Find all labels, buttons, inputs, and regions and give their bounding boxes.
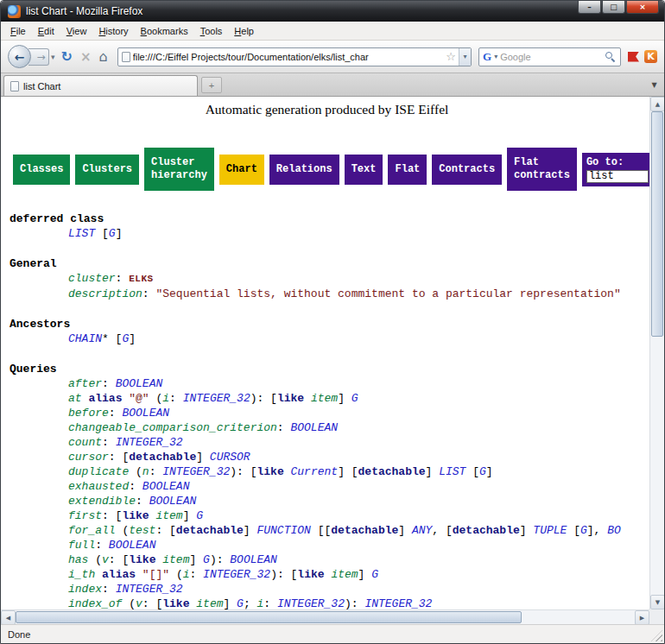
- new-tab-button[interactable]: +: [201, 77, 222, 93]
- menu-item-bookmarks[interactable]: Bookmarks: [135, 23, 194, 39]
- addon-flag-icon[interactable]: [628, 52, 639, 62]
- search-box[interactable]: G ▾: [478, 47, 621, 66]
- code-line: after: BOOLEAN: [10, 376, 649, 391]
- code-text: (: [149, 392, 163, 405]
- code-line: at alias "@" (i: INTEGER_32): [like item…: [10, 391, 649, 406]
- scroll-down-button[interactable]: ▼: [650, 595, 665, 609]
- menu-item-edit[interactable]: Edit: [32, 23, 60, 39]
- class-link[interactable]: BOOLEAN: [142, 480, 190, 493]
- class-link[interactable]: CHAIN: [68, 332, 102, 345]
- class-link[interactable]: G: [196, 509, 203, 522]
- code-text: v: [102, 553, 109, 566]
- url-bar[interactable]: ☆ ▾: [117, 47, 472, 66]
- scroll-right-button[interactable]: ▶: [635, 610, 649, 625]
- list-all-tabs-button[interactable]: ▼: [647, 77, 662, 93]
- menu-item-file[interactable]: File: [4, 23, 32, 39]
- class-link[interactable]: BOOLEAN: [116, 377, 163, 390]
- class-link[interactable]: G: [580, 524, 587, 537]
- window-title: list Chart - Mozilla Firefox: [26, 5, 142, 17]
- tab-list-chart[interactable]: list Chart: [3, 75, 198, 96]
- class-link[interactable]: Current: [291, 465, 339, 478]
- scroll-left-button[interactable]: ◀: [1, 610, 16, 625]
- scroll-up-button[interactable]: ▲: [650, 97, 665, 111]
- stop-button[interactable]: ×: [79, 49, 93, 65]
- class-link[interactable]: INTEGER_32: [116, 583, 183, 596]
- code-text: count: [68, 436, 102, 449]
- code-text: : [: [155, 524, 175, 537]
- nav-button-relations[interactable]: Relations: [269, 155, 339, 185]
- code-text: ): [: [250, 392, 277, 405]
- search-magnifier-icon[interactable]: [605, 51, 617, 63]
- url-dropdown-button[interactable]: ▾: [459, 48, 471, 66]
- class-link[interactable]: G: [237, 597, 244, 609]
- nav-button-text[interactable]: Text: [345, 155, 383, 185]
- class-link[interactable]: CURSOR: [210, 451, 250, 464]
- class-link[interactable]: BOOLEAN: [149, 495, 197, 508]
- back-button[interactable]: ←: [8, 45, 31, 68]
- vertical-scrollbar[interactable]: ▲ ▼: [649, 97, 664, 609]
- horizontal-scrollbar[interactable]: ◀ ▶: [1, 609, 649, 624]
- class-link[interactable]: INTEGER_32: [203, 568, 270, 581]
- nav-button-flat[interactable]: Flat: [388, 155, 427, 185]
- class-link[interactable]: INTEGER_32: [364, 597, 432, 609]
- menu-item-history[interactable]: History: [92, 23, 134, 39]
- search-input[interactable]: [500, 52, 602, 62]
- forward-button[interactable]: →: [28, 48, 49, 66]
- class-link[interactable]: G: [371, 568, 378, 581]
- class-link[interactable]: G: [479, 465, 486, 478]
- class-link[interactable]: INTEGER_32: [116, 436, 183, 449]
- class-link[interactable]: BOOLEAN: [122, 407, 169, 420]
- reload-button[interactable]: ↻: [59, 48, 75, 65]
- nav-button-flat-contracts[interactable]: Flat contracts: [507, 148, 577, 191]
- addon-k-icon[interactable]: K: [644, 50, 657, 63]
- code-text: index: [68, 583, 102, 596]
- class-link[interactable]: INTEGER_32: [277, 597, 345, 609]
- scrollbar-corner: [649, 609, 664, 624]
- code-text: : [: [109, 553, 129, 566]
- nav-button-cluster-hierarchy[interactable]: Cluster hierarchy: [144, 148, 214, 191]
- code-text: test: [129, 524, 155, 537]
- google-logo-icon[interactable]: G: [483, 50, 491, 64]
- class-link[interactable]: BO: [607, 524, 621, 537]
- titlebar[interactable]: list Chart - Mozilla Firefox – □ ×: [1, 1, 664, 22]
- class-link[interactable]: FUNCTION: [256, 524, 310, 537]
- nav-button-chart[interactable]: Chart: [219, 155, 264, 185]
- maximize-button[interactable]: □: [602, 1, 625, 14]
- class-link[interactable]: ANY: [412, 524, 432, 537]
- menu-item-tools[interactable]: Tools: [194, 23, 229, 39]
- code-text: [304, 392, 311, 405]
- code-text: :: [149, 465, 163, 478]
- close-button[interactable]: ×: [626, 1, 659, 14]
- class-link[interactable]: LIST: [439, 465, 466, 478]
- url-input[interactable]: [133, 52, 444, 62]
- nav-button-clusters[interactable]: Clusters: [75, 155, 139, 185]
- vertical-scroll-thumb[interactable]: [651, 111, 663, 337]
- class-link[interactable]: BOOLEAN: [290, 421, 338, 434]
- menu-item-help[interactable]: Help: [228, 23, 260, 39]
- goto-input[interactable]: [586, 170, 649, 183]
- bookmark-star-icon[interactable]: ☆: [446, 50, 456, 63]
- class-link[interactable]: BOOLEAN: [230, 553, 277, 566]
- minimize-button[interactable]: –: [578, 1, 601, 14]
- class-link[interactable]: BOOLEAN: [109, 539, 156, 552]
- class-link[interactable]: G: [203, 553, 210, 566]
- class-link[interactable]: INTEGER_32: [183, 392, 250, 405]
- resize-grip[interactable]: [651, 630, 662, 641]
- class-link[interactable]: TUPLE: [533, 524, 567, 537]
- menu-item-view[interactable]: View: [60, 23, 93, 39]
- nav-button-classes[interactable]: Classes: [13, 155, 70, 185]
- code-text: index_of: [68, 597, 122, 609]
- home-button[interactable]: ⌂: [97, 48, 111, 65]
- search-engine-dropdown-icon[interactable]: ▾: [494, 53, 497, 60]
- class-link[interactable]: LIST: [68, 227, 95, 240]
- code-line: index: INTEGER_32: [10, 582, 649, 597]
- nav-button-contracts[interactable]: Contracts: [432, 155, 502, 185]
- code-text: ]: [116, 227, 123, 240]
- code-text: i: [162, 392, 169, 405]
- magnifier-handle: [611, 58, 615, 62]
- horizontal-scroll-thumb[interactable]: [16, 611, 522, 623]
- class-link[interactable]: G: [109, 227, 116, 240]
- class-link[interactable]: INTEGER_32: [162, 465, 230, 478]
- class-link[interactable]: G: [352, 392, 358, 405]
- history-dropdown-icon[interactable]: ▾: [51, 53, 55, 61]
